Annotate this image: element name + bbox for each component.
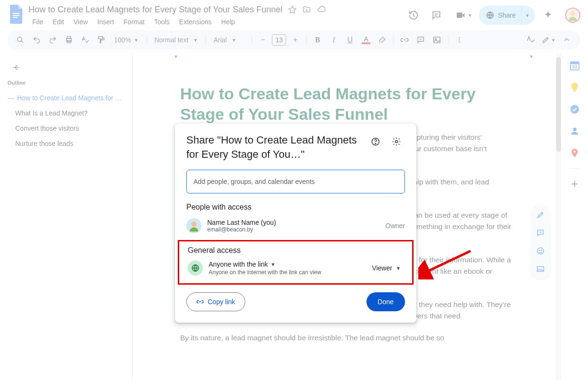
person-avatar <box>186 218 202 233</box>
access-scope-desc: Anyone on the internet with the link can… <box>209 269 364 276</box>
add-people-input[interactable] <box>186 170 405 193</box>
people-access-heading: People with access <box>186 203 405 211</box>
chevron-down-icon: ▼ <box>271 262 276 267</box>
general-access-section: General access Anyone with the link ▼ An… <box>178 240 414 285</box>
dialog-title: Share "How to Create Lead Magnets for Ev… <box>186 133 363 161</box>
help-icon[interactable] <box>367 133 384 150</box>
access-scope-select[interactable]: Anyone with the link ▼ <box>209 260 364 268</box>
chevron-down-icon: ▼ <box>396 266 401 271</box>
svg-point-29 <box>192 222 197 227</box>
copy-link-button[interactable]: Copy link <box>186 292 245 311</box>
settings-gear-icon[interactable] <box>388 133 405 150</box>
done-button[interactable]: Done <box>366 292 405 311</box>
globe-icon <box>188 260 203 276</box>
svg-point-28 <box>395 141 398 143</box>
person-email: email@beacon.by <box>207 226 380 233</box>
share-dialog: Share "How to Create Lead Magnets for Ev… <box>175 124 416 323</box>
general-access-heading: General access <box>188 246 404 255</box>
access-role-select[interactable]: Viewer ▼ <box>369 262 404 274</box>
person-row: Name Last Name (you) email@beacon.by Own… <box>186 218 405 233</box>
person-name: Name Last Name (you) <box>207 219 380 226</box>
person-role: Owner <box>386 222 405 230</box>
svg-point-27 <box>375 143 376 144</box>
